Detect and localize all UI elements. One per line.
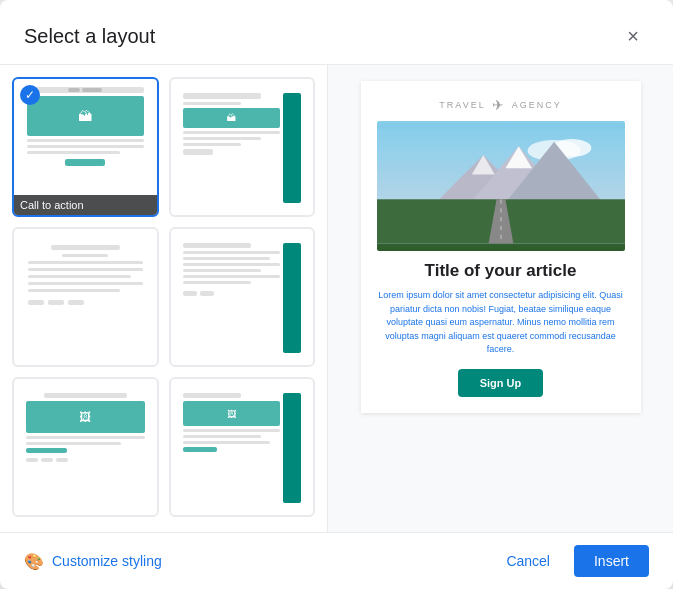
layout-card-two-column[interactable] — [169, 227, 316, 367]
layout-thumb-1: 🏔 — [20, 87, 151, 209]
layout-card-label: Call to action — [14, 195, 157, 215]
preview-cta-container: Sign Up — [377, 369, 625, 397]
image-icon: 🏔 — [78, 108, 92, 124]
logo-suffix: AGENCY — [512, 100, 562, 110]
customize-label: Customize styling — [52, 553, 162, 569]
preview-hero-image — [377, 121, 625, 251]
layout-card-wide-image[interactable]: 🖼 — [12, 377, 159, 517]
preview-cta-button[interactable]: Sign Up — [458, 369, 544, 397]
palette-icon: 🎨 — [24, 552, 44, 571]
plane-icon: ✈ — [492, 97, 506, 113]
cancel-button[interactable]: Cancel — [490, 545, 566, 577]
dialog-title: Select a layout — [24, 25, 155, 48]
close-button[interactable]: × — [617, 20, 649, 52]
email-preview: TRAVEL ✈ AGENCY — [361, 81, 641, 413]
layout-thumb-3 — [20, 237, 151, 359]
thumb-content-col: 🖼 — [183, 393, 281, 503]
selected-check-icon: ✓ — [20, 85, 40, 105]
thumb-main-col — [183, 243, 281, 353]
layout-thumb-2: 🏔 — [177, 87, 308, 209]
thumb-text-lines — [27, 139, 144, 154]
footer-actions: Cancel Insert — [490, 545, 649, 577]
image-icon: 🖼 — [79, 410, 91, 424]
layout-card-call-to-action[interactable]: ✓ 🏔 — [12, 77, 159, 217]
thumb-right-sidebar — [283, 93, 301, 203]
preview-logo: TRAVEL ✈ AGENCY — [377, 97, 625, 113]
thumb-left-col: 🏔 — [183, 93, 281, 203]
layout-thumb-6: 🖼 — [177, 387, 308, 509]
insert-button[interactable]: Insert — [574, 545, 649, 577]
thumb-header-bar — [27, 87, 144, 93]
preview-article-title: Title of your article — [377, 261, 625, 281]
thumb-cta-btn — [65, 159, 105, 166]
thumb-right-col — [283, 243, 301, 353]
layout-thumb-5: 🖼 — [20, 387, 151, 509]
layout-card-text-only[interactable] — [12, 227, 159, 367]
thumb-right-sidebar-2 — [283, 393, 301, 503]
layout-grid: ✓ 🏔 — [12, 77, 315, 517]
dialog-body: ✓ 🏔 — [0, 64, 673, 532]
layout-panel: ✓ 🏔 — [0, 65, 328, 532]
logo-text: TRAVEL — [439, 100, 485, 110]
preview-body-text: Lorem ipsum dolor sit amet consectetur a… — [377, 289, 625, 357]
dialog-header: Select a layout × — [0, 0, 673, 64]
close-icon: × — [627, 25, 639, 48]
customize-styling-button[interactable]: 🎨 Customize styling — [24, 552, 162, 571]
thumb-wide-img: 🖼 — [26, 401, 145, 433]
select-layout-dialog: Select a layout × ✓ 🏔 — [0, 0, 673, 589]
preview-panel: TRAVEL ✈ AGENCY — [328, 65, 673, 532]
layout-card-sidebar-right[interactable]: 🏔 — [169, 77, 316, 217]
dialog-footer: 🎨 Customize styling Cancel Insert — [0, 532, 673, 589]
layout-thumb-4 — [177, 237, 308, 359]
layout-card-image-left[interactable]: 🖼 — [169, 377, 316, 517]
thumb-image-block: 🏔 — [27, 96, 144, 136]
